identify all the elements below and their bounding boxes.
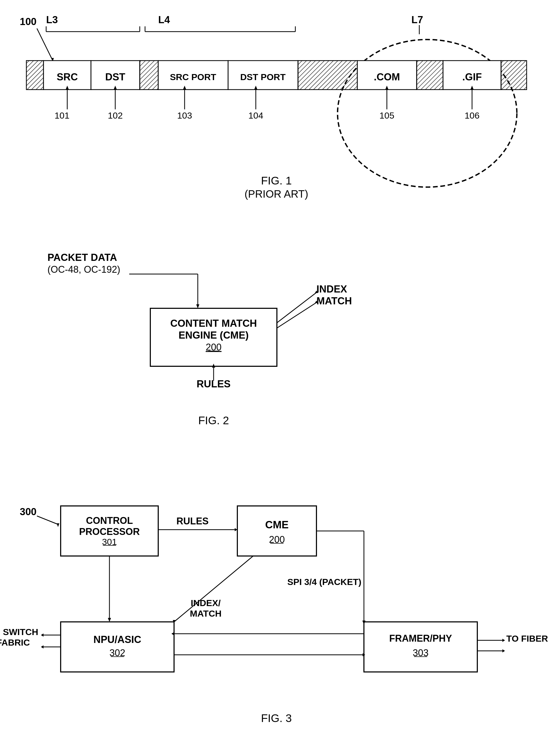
srcport-label: SRC PORT [170, 72, 216, 82]
index-match-label2: MATCH [190, 608, 222, 619]
cme-box-fig3 [237, 506, 316, 556]
cme-line2: ENGINE (CME) [178, 329, 249, 341]
l7-label: L7 [411, 14, 423, 25]
fig2-caption: FIG. 2 [198, 414, 229, 427]
fig1-caption: FIG. 1 [261, 174, 292, 187]
svg-line-27 [277, 302, 316, 328]
framer-box [364, 622, 477, 672]
rules-label-fig3: RULES [176, 516, 209, 527]
ref-102: 102 [108, 110, 123, 120]
fig3-diagram: 300 CONTROL PROCESSOR 301 CME 200 RULES … [0, 472, 553, 748]
fig1-subcaption: (PRIOR ART) [244, 188, 308, 200]
com-label: .COM [374, 71, 400, 83]
packet-data-label: PACKET DATA [48, 252, 117, 263]
ref-103: 103 [177, 110, 192, 120]
index-match-label: INDEX/ [191, 598, 221, 608]
npu-label: NPU/ASIC [93, 634, 141, 645]
spi-label: SPI 3/4 (PACKET) [288, 577, 362, 587]
svg-marker-24 [196, 304, 200, 308]
control-processor-line2: PROCESSOR [79, 526, 140, 537]
framer-label: FRAMER/PHY [389, 633, 452, 644]
l3-label: L3 [46, 14, 58, 25]
hatch-cell-3 [298, 61, 357, 90]
svg-line-0 [37, 28, 53, 61]
page: 100 L3 L4 L7 SRC DST [0, 0, 553, 756]
svg-marker-56 [502, 639, 505, 642]
fig3-caption: FIG. 3 [261, 712, 292, 724]
to-switch-fabric-label2: FABRIC [0, 638, 30, 647]
svg-marker-52 [41, 634, 44, 637]
svg-line-32 [37, 516, 58, 525]
ref-100-label: 100 [20, 16, 36, 27]
hatch-cell-4 [417, 61, 443, 90]
to-switch-fabric-label: TO SWITCH [0, 627, 38, 637]
cme-label-fig3: CME [265, 519, 289, 531]
fig1-diagram: 100 L3 L4 L7 SRC DST [0, 0, 553, 224]
fig2-diagram: PACKET DATA (OC-48, OC-192) INDEX MATCH … [0, 229, 553, 453]
ref-101: 101 [55, 110, 70, 120]
to-fiber-label: TO FIBER [506, 634, 548, 644]
cme-line1: CONTENT MATCH [170, 318, 257, 329]
svg-marker-39 [108, 618, 111, 622]
hatch-cell-5 [501, 61, 527, 90]
control-processor-line1: CONTROL [86, 515, 133, 526]
ref-300-label: 300 [20, 506, 36, 517]
svg-marker-54 [41, 645, 44, 649]
src-label: SRC [57, 71, 78, 83]
dst-label: DST [105, 71, 125, 83]
ref-106: 106 [465, 110, 480, 120]
svg-marker-33 [57, 523, 59, 527]
l4-label: L4 [158, 14, 170, 25]
svg-line-25 [277, 292, 316, 323]
packet-data-sub: (OC-48, OC-192) [48, 264, 120, 275]
index-label: INDEX [316, 284, 347, 295]
hatch-cell-2 [140, 61, 158, 90]
npu-box [61, 622, 174, 672]
ref-104: 104 [248, 110, 263, 120]
ref-105: 105 [380, 110, 395, 120]
hatch-cell-1 [26, 61, 44, 90]
match-label: MATCH [316, 295, 352, 306]
gif-label: .GIF [462, 71, 482, 83]
svg-marker-58 [502, 649, 505, 652]
dstport-label: DST PORT [240, 72, 286, 82]
